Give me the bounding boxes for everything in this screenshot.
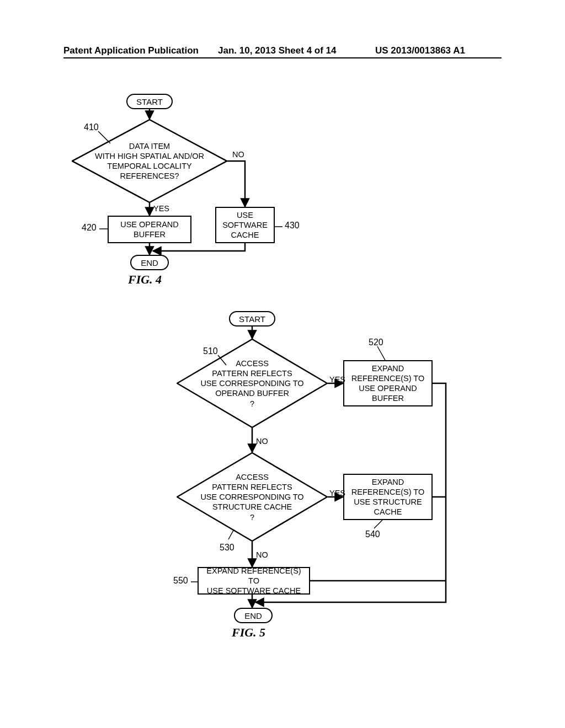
header-rule <box>63 57 502 58</box>
fig5-ref-550: 550 <box>173 576 188 586</box>
fig4-yes: YES <box>153 204 169 213</box>
fig5-start-terminator: START <box>229 311 275 326</box>
fig5-box-540: EXPAND REFERENCE(S) TO USE STRUCTURE CAC… <box>343 474 433 520</box>
fig5-no-1: NO <box>256 437 268 446</box>
svg-line-18 <box>374 520 382 528</box>
fig4-no: NO <box>232 150 244 159</box>
fig5-box-520: EXPAND REFERENCE(S) TO USE OPERAND BUFFE… <box>343 360 433 406</box>
fig4-ref-430: 430 <box>285 221 300 231</box>
fig5-decision-530-text: ACCESS PATTERN REFLECTS USE CORRESPONDIN… <box>191 472 312 522</box>
svg-line-16 <box>377 346 385 360</box>
fig5-caption: FIG. 5 <box>232 625 265 640</box>
fig5-yes-1: YES <box>329 375 345 384</box>
fig4-decision-410-text: DATA ITEM WITH HIGH SPATIAL AND/OR TEMPO… <box>87 141 212 181</box>
fig5-no-2: NO <box>256 550 268 559</box>
fig5-box-550: EXPAND REFERENCE(S) TO USE SOFTWARE CACH… <box>198 567 310 595</box>
header-right: US 2013/0013863 A1 <box>375 45 465 56</box>
fig4-caption: FIG. 4 <box>128 272 162 287</box>
fig4-end-terminator: END <box>130 255 169 270</box>
fig5-end-terminator: END <box>234 608 273 623</box>
fig5-yes-2: YES <box>329 489 345 497</box>
fig5-decision-530: ACCESS PATTERN REFLECTS USE CORRESPONDIN… <box>177 452 328 542</box>
page-root: Patent Application Publication Jan. 10, … <box>0 0 565 728</box>
header-left: Patent Application Publication <box>63 45 199 56</box>
fig4-box-420: USE OPERAND BUFFER <box>108 216 191 243</box>
fig4-ref-420: 420 <box>82 223 97 233</box>
fig5-decision-510-text: ACCESS PATTERN REFLECTS USE CORRESPONDIN… <box>191 358 312 409</box>
fig5-ref-510: 510 <box>203 346 218 356</box>
fig4-start-terminator: START <box>126 94 173 109</box>
fig5-ref-540: 540 <box>365 529 380 539</box>
header-center: Jan. 10, 2013 Sheet 4 of 14 <box>218 45 337 56</box>
fig5-decision-510: ACCESS PATTERN REFLECTS USE CORRESPONDIN… <box>177 339 328 428</box>
fig5-ref-520: 520 <box>369 338 383 347</box>
fig5-ref-530: 530 <box>220 543 234 553</box>
fig4-ref-410: 410 <box>84 122 99 132</box>
fig4-box-430: USE SOFTWARE CACHE <box>215 207 275 243</box>
